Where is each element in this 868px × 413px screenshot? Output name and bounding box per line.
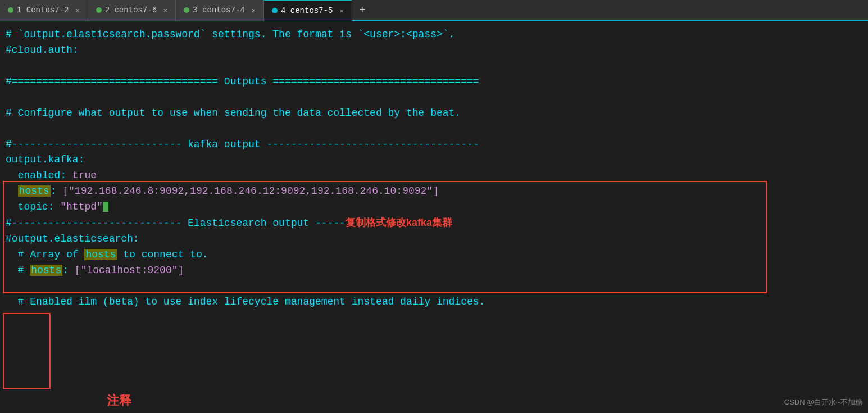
code-line-hosts: hosts: ["192.168.246.8:9092,192.168.246.…: [6, 184, 868, 199]
tab-3-label: 3 centos7-4: [193, 6, 244, 15]
tab-dot-2: [96, 7, 102, 13]
tab-dot-1: [8, 7, 13, 13]
code-line-kafka-header: #---------------------------- kafka outp…: [6, 137, 868, 153]
tab-dot-4: [272, 8, 278, 13]
code-line-enabled: enabled: true: [6, 168, 868, 184]
watermark: CSDN @白开水~不加糖: [784, 397, 862, 407]
cursor: [103, 202, 108, 212]
empty-line-2: [6, 90, 868, 106]
tab-2-label: 2 centos7-6: [105, 6, 157, 15]
new-tab-button[interactable]: +: [352, 0, 372, 21]
code-line-array-comment: # Array of hosts to connect to.: [6, 247, 868, 263]
tab-4-label: 4 centos7-5: [281, 6, 333, 15]
tab-2-close[interactable]: ✕: [163, 6, 167, 15]
code-line-output-es: #output.elasticsearch:: [6, 232, 868, 247]
code-line-configure: # Configure what output to use when send…: [6, 106, 868, 121]
editor-content: # `output.elasticsearch.password` settin…: [0, 21, 868, 413]
code-line-1: # `output.elasticsearch.password` settin…: [6, 27, 868, 43]
code-line-2: #cloud.auth:: [6, 43, 868, 58]
tab-4[interactable]: 4 centos7-5 ✕: [264, 0, 352, 21]
empty-line-3: [6, 121, 868, 137]
code-line-topic: topic: "httpd": [6, 199, 868, 215]
code-line-outputs: #================================== Outp…: [6, 74, 868, 90]
red-box-comment: [3, 313, 51, 389]
empty-line-4: [6, 279, 868, 294]
tab-1-label: 1 Centos7-2: [17, 6, 69, 15]
code-line-ilm: # Enabled ilm (beta) to use index lifecy…: [6, 294, 868, 310]
tab-1-close[interactable]: ✕: [75, 6, 79, 15]
tab-dot-3: [184, 7, 189, 13]
tab-bar: 1 Centos7-2 ✕ 2 centos7-6 ✕ 3 centos7-4 …: [0, 0, 868, 21]
tab-1[interactable]: 1 Centos7-2 ✕: [0, 0, 88, 21]
empty-line-1: [6, 58, 868, 74]
tab-3[interactable]: 3 centos7-4 ✕: [176, 0, 264, 21]
tab-3-close[interactable]: ✕: [252, 6, 256, 15]
code-line-hosts-local: # hosts: ["localhost:9200"]: [6, 263, 868, 279]
tab-4-close[interactable]: ✕: [339, 7, 343, 15]
code-line-output-kafka: output.kafka:: [6, 152, 868, 168]
tab-2[interactable]: 2 centos7-6 ✕: [88, 0, 176, 21]
annotation-zhu: 注释: [107, 392, 131, 409]
code-line-es-header: #---------------------------- Elasticsea…: [6, 215, 868, 232]
